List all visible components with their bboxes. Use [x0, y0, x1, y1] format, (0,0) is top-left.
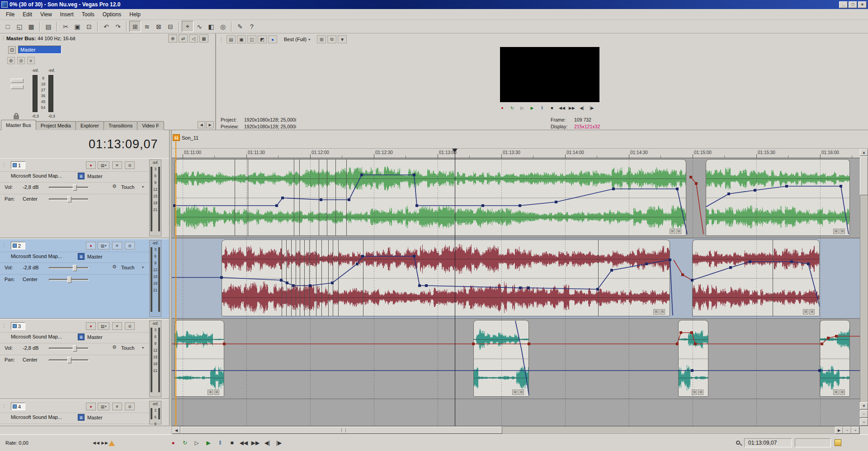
record-button[interactable]: ● — [497, 104, 507, 112]
loop-playback-button[interactable]: ↻ — [179, 437, 191, 449]
menu-insert[interactable]: Insert — [56, 9, 78, 19]
tab-project-media[interactable]: Project Media — [36, 121, 76, 130]
track-number-badge[interactable]: 4 — [11, 403, 25, 410]
panel-grip-icon[interactable]: ⋮ — [219, 37, 224, 42]
track-grip-icon[interactable]: ⋮ — [2, 243, 6, 248]
cut-button[interactable]: ✂ — [60, 21, 71, 32]
arm-for-record-button[interactable]: ● — [86, 242, 96, 249]
event-pan-crop-icon[interactable]: ⊞ — [519, 390, 524, 395]
v-scroll-thumb[interactable] — [860, 156, 868, 195]
external-monitor-button[interactable]: ▣ — [237, 35, 246, 43]
menu-options[interactable]: Options — [99, 9, 125, 19]
track-device-name[interactable]: Microsoft Sound Map... — [11, 334, 62, 339]
play-button[interactable]: ▶ — [203, 437, 214, 449]
insert-bus-button[interactable]: ⊕ — [168, 34, 177, 42]
stop-button[interactable]: ■ — [226, 437, 238, 449]
pan-value[interactable]: Center — [23, 357, 38, 362]
event-fx-icon[interactable]: ⊞ — [670, 229, 675, 234]
overlay-grid-button[interactable]: ⊞ — [317, 35, 326, 43]
automation-mode[interactable]: Touch — [121, 265, 134, 270]
event-fx-icon[interactable]: ⊞ — [512, 390, 518, 395]
next-frame-button[interactable]: |▶ — [273, 437, 285, 449]
event-fx-icon[interactable]: ⊞ — [833, 390, 839, 395]
track-automation-button[interactable]: ▤▾ — [98, 242, 109, 249]
menu-help[interactable]: Help — [125, 9, 145, 19]
tab-master-bus[interactable]: Master Bus — [1, 120, 36, 130]
master-bus-name-input[interactable]: Master — [18, 46, 61, 54]
menu-view[interactable]: View — [36, 9, 56, 19]
previous-frame-button[interactable]: ◀| — [577, 104, 587, 112]
envelope-edit-tool-button[interactable]: ∿ — [193, 21, 205, 32]
track-device-name[interactable]: Microsoft Sound Map... — [11, 173, 62, 179]
ignore-event-grouping-button[interactable]: ⊟ — [165, 21, 176, 32]
tab-explorer[interactable]: Explorer — [75, 121, 104, 130]
menu-file[interactable]: File — [2, 9, 19, 19]
volume-slider-thumb[interactable] — [73, 265, 77, 271]
mute-button[interactable]: ✕ — [112, 322, 122, 330]
event-pan-crop-icon[interactable]: ⊞ — [214, 390, 219, 395]
zoom-out-vertical-button[interactable]: − — [860, 410, 868, 418]
paste-button[interactable]: ⊡ — [83, 21, 95, 32]
go-to-start-button[interactable]: ◀◀ — [557, 104, 567, 112]
master-fader[interactable] — [11, 79, 26, 91]
go-to-end-button[interactable]: ▶▶ — [250, 437, 261, 449]
envelope-node[interactable] — [689, 176, 692, 179]
event-pan-crop-icon[interactable]: ⊞ — [840, 229, 845, 234]
tab-video-f[interactable]: Video F — [137, 121, 164, 130]
rate-display[interactable]: Rate: 0,00 — [5, 440, 28, 446]
volume-slider-thumb[interactable] — [73, 184, 77, 191]
event-pan-crop-icon[interactable]: ⊞ — [840, 390, 845, 395]
solo-button[interactable]: ⊘ — [125, 403, 135, 410]
video-preview-options-button[interactable]: ◫ — [247, 35, 256, 43]
audio-event[interactable]: ⊞⊞ — [222, 240, 670, 316]
event-fx-icon[interactable]: ⊞ — [653, 309, 659, 315]
track-automation-button[interactable]: ▤▾ — [98, 403, 109, 410]
undo-button[interactable]: ↶ — [100, 21, 112, 32]
scroll-left-button[interactable]: ◀ — [172, 427, 180, 434]
solo-button[interactable]: ⊘ — [125, 242, 135, 249]
bus-assign-icon[interactable]: ≣ — [78, 414, 85, 421]
caret-down-icon[interactable]: ▾ — [142, 346, 144, 350]
tab-scroll-right-button[interactable]: ▶ — [206, 121, 214, 128]
tab-transitions[interactable]: Transitions — [104, 121, 137, 130]
volume-value[interactable]: -2,8 dB — [23, 265, 38, 270]
status-time-display[interactable]: 01:13:09,07 — [744, 438, 792, 447]
marker-tag[interactable]: 11 — [173, 134, 180, 141]
audio-event[interactable]: ⊞⊞ — [692, 240, 820, 316]
event-fx-icon[interactable]: ⊞ — [803, 309, 808, 315]
horizontal-scrollbar[interactable]: ◀▶−+ — [172, 426, 860, 434]
selection-edit-tool-button[interactable]: ◧ — [205, 21, 217, 32]
stop-button[interactable]: ■ — [547, 104, 557, 112]
track-header-4[interactable]: ⋮4●▤▾✕⊘Microsoft Sound Map...≣MasterVol:… — [0, 399, 169, 426]
whats-this-help-button[interactable]: ? — [246, 21, 258, 32]
record-button[interactable]: ● — [167, 437, 179, 449]
time-ruler[interactable]: 01:11:0001:11:3001:12:0001:12:3001:13:00… — [172, 148, 860, 158]
volume-slider[interactable] — [49, 187, 89, 188]
caret-down-icon[interactable]: ▾ — [142, 185, 144, 189]
mute-output-button[interactable]: ◁ — [189, 34, 198, 42]
pan-slider-thumb[interactable] — [67, 277, 71, 283]
pause-button[interactable]: ‖ — [537, 104, 547, 112]
zoom-edit-tool-button[interactable]: ◎ — [217, 21, 229, 32]
loop-playback-button[interactable]: ↻ — [507, 104, 517, 112]
vertical-scrollbar[interactable]: ▲▼−+ — [860, 148, 868, 426]
timeline-time-display[interactable]: 01:13:09,07 — [89, 137, 158, 151]
track-header-3[interactable]: ⋮3●▤▾✕⊘Microsoft Sound Map...≣MasterVol:… — [0, 319, 169, 399]
event-pan-crop-icon[interactable]: ⊞ — [698, 390, 703, 395]
mute-button[interactable]: ✕ — [112, 242, 122, 249]
bus-routing-button[interactable]: ⇄ — [179, 34, 188, 42]
marker-label[interactable]: Son_11 — [182, 135, 198, 141]
new-project-button[interactable]: □ — [2, 21, 14, 32]
envelope-node[interactable] — [681, 273, 684, 276]
go-to-start-button[interactable]: ◀◀ — [238, 437, 250, 449]
auto-ripple-button[interactable]: ≋ — [141, 21, 153, 32]
notification-icon[interactable] — [835, 439, 841, 446]
preview-quality-dropdown[interactable]: Best (Full)▾ — [281, 36, 313, 43]
bus-view-icon[interactable]: ⊡ — [8, 46, 16, 54]
track-area[interactable]: ⊞⊞⊞⊞⊞⊞⊞⊞⊞⊞⊞⊞⊞⊞⊞⊞ — [172, 158, 860, 426]
zoom-in-button[interactable]: + — [851, 427, 859, 434]
master-mute-button[interactable]: ⊘ — [17, 57, 25, 64]
volume-slider[interactable] — [49, 348, 89, 349]
save-project-button[interactable]: ▦ — [25, 21, 37, 32]
close-button[interactable]: × — [858, 1, 867, 8]
